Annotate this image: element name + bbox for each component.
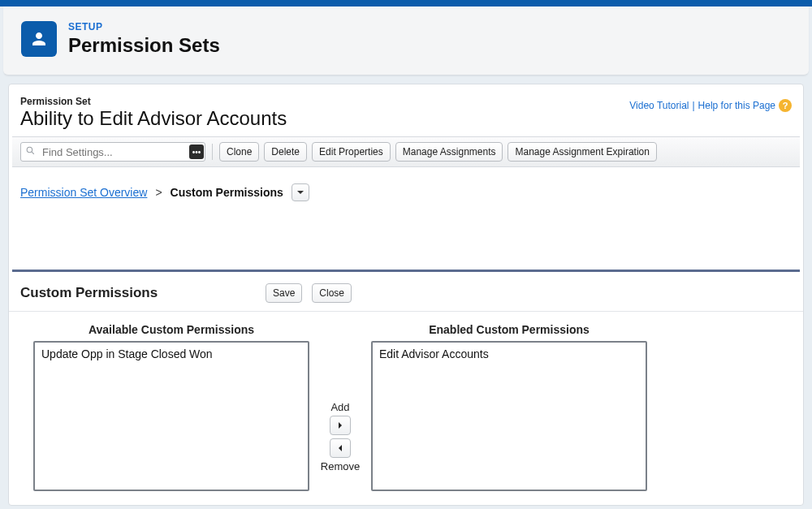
page-title: Ability to Edit Advisor Accounts bbox=[20, 107, 287, 130]
add-button[interactable] bbox=[330, 416, 351, 435]
toolbar-divider bbox=[212, 144, 213, 160]
header-eyebrow: SETUP bbox=[68, 21, 220, 32]
delete-button[interactable]: Delete bbox=[264, 142, 307, 162]
edit-properties-button[interactable]: Edit Properties bbox=[312, 142, 391, 162]
add-label: Add bbox=[330, 401, 349, 413]
find-settings-input[interactable] bbox=[20, 142, 205, 162]
remove-label: Remove bbox=[321, 460, 360, 472]
setup-header: SETUP Permission Sets bbox=[3, 6, 809, 75]
list-item[interactable]: Edit Advisor Accounts bbox=[378, 346, 641, 362]
mover-controls: Add Remove bbox=[317, 401, 363, 472]
available-column: Available Custom Permissions Update Opp … bbox=[33, 323, 309, 491]
save-button[interactable]: Save bbox=[266, 283, 302, 303]
search-icon bbox=[25, 145, 36, 159]
help-links: Video Tutorial | Help for this Page ? bbox=[629, 99, 792, 112]
enabled-listbox[interactable]: Edit Advisor Accounts bbox=[371, 341, 647, 491]
available-label: Available Custom Permissions bbox=[89, 323, 254, 336]
dual-picklist-area: Available Custom Permissions Update Opp … bbox=[9, 312, 803, 491]
section-title: Custom Permissions bbox=[20, 285, 256, 301]
object-type-label: Permission Set bbox=[20, 96, 287, 107]
remove-button[interactable] bbox=[330, 438, 351, 458]
permission-sets-icon bbox=[21, 21, 57, 57]
manage-assignments-button[interactable]: Manage Assignments bbox=[395, 142, 503, 162]
help-icon[interactable]: ? bbox=[779, 99, 792, 112]
breadcrumb-overview-link[interactable]: Permission Set Overview bbox=[20, 186, 147, 199]
close-button[interactable]: Close bbox=[312, 283, 352, 303]
svg-line-1 bbox=[32, 152, 34, 154]
enabled-label: Enabled Custom Permissions bbox=[429, 323, 590, 336]
breadcrumb: Permission Set Overview > Custom Permiss… bbox=[9, 167, 803, 211]
clone-button[interactable]: Clone bbox=[219, 142, 259, 162]
manage-assignment-expiration-button[interactable]: Manage Assignment Expiration bbox=[508, 142, 656, 162]
top-accent-bar bbox=[0, 0, 812, 6]
svg-point-0 bbox=[27, 147, 32, 153]
breadcrumb-current: Custom Permissions bbox=[171, 186, 283, 199]
breadcrumb-dropdown-button[interactable] bbox=[292, 183, 309, 201]
action-toolbar: ••• Clone Delete Edit Properties Manage … bbox=[12, 136, 800, 167]
list-item[interactable]: Update Opp in Stage Closed Won bbox=[40, 346, 303, 362]
available-listbox[interactable]: Update Opp in Stage Closed Won bbox=[33, 341, 309, 491]
help-separator: | bbox=[692, 100, 694, 111]
search-expand-button[interactable]: ••• bbox=[189, 145, 204, 159]
video-tutorial-link[interactable]: Video Tutorial bbox=[629, 100, 689, 111]
breadcrumb-separator: > bbox=[155, 186, 162, 199]
section-header: Custom Permissions Save Close bbox=[9, 272, 803, 312]
enabled-column: Enabled Custom Permissions Edit Advisor … bbox=[371, 323, 647, 491]
help-for-page-link[interactable]: Help for this Page bbox=[698, 100, 775, 111]
page-container: Permission Set Ability to Edit Advisor A… bbox=[8, 84, 804, 506]
header-title: Permission Sets bbox=[68, 34, 220, 57]
